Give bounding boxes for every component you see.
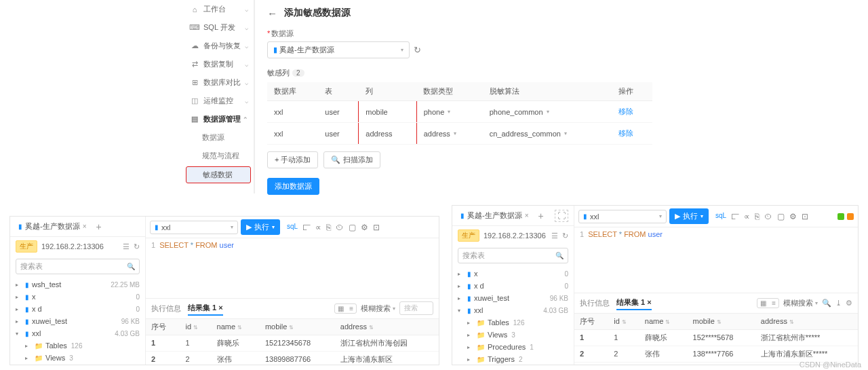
remove-link[interactable]: 移除 [618, 129, 633, 137]
bookmark-icon[interactable]: ⊡ [802, 212, 808, 221]
add-tab-button[interactable]: + [94, 221, 104, 232]
sidebar-workbench[interactable]: ⌂工作台⌵ [183, 0, 254, 18]
datasource-tab[interactable]: ▮奚越-生产数据源× [16, 220, 90, 233]
result-row[interactable]: 11薛晓乐15212345678浙江省杭州市海创园 [146, 335, 439, 351]
settings-icon[interactable]: ⚙ [789, 212, 797, 221]
sidebar-compare[interactable]: ⊞数据库对比⌵ [183, 73, 254, 92]
grid-icon[interactable]: ▦ [335, 304, 347, 313]
tree-item-folder[interactable]: ▸📁Triggers2 [452, 353, 574, 365]
collapse-icon[interactable]: ☰ [551, 232, 558, 240]
exec-info-tab[interactable]: 执行信息 [580, 297, 610, 310]
sql-editor[interactable]: 1 SELECT * FROM user [574, 227, 858, 241]
th-address[interactable]: address⇅ [755, 314, 858, 330]
tree-item-folder[interactable]: ▸📁Views3 [452, 329, 574, 341]
tree-item-folder[interactable]: ▸📁Tables126 [452, 316, 574, 329]
algo-select[interactable]: cn_address_common [490, 130, 567, 138]
result-row[interactable]: 11薛晓乐152****5678浙江省杭州市***** [574, 329, 858, 346]
sql-icon[interactable]: sqL [715, 212, 726, 221]
tree-item-db[interactable]: ▸▮xuwei_test96 KB [10, 315, 145, 327]
manual-add-button[interactable]: + 手动添加 [267, 151, 318, 168]
datasource-tab[interactable]: ▮奚越-生产数据源× [458, 209, 532, 222]
th-seq[interactable]: 序号 [146, 319, 180, 335]
sidebar-backup[interactable]: ☁备份与恢复⌵ [183, 37, 254, 55]
sql-editor[interactable]: 1 SELECT * FROM user [146, 238, 439, 252]
datasource-select[interactable]: ▮ 奚越-生产数据源▾ [267, 41, 410, 58]
share-icon[interactable]: ∝ [315, 223, 321, 232]
tree-item-folder[interactable]: ▸📁Views3 [10, 352, 145, 364]
search-input[interactable]: 搜索表 [458, 248, 568, 263]
th-id[interactable]: id⇅ [608, 314, 639, 330]
th-mobile[interactable]: mobile⇅ [688, 314, 755, 330]
folder-icon[interactable]: ▢ [777, 212, 785, 221]
add-datasource-button[interactable]: 添加数据源 [267, 178, 319, 195]
save-icon[interactable]: ⎘ [326, 223, 331, 232]
list-icon[interactable]: ≡ [769, 299, 778, 308]
sidebar-sub-spec[interactable]: 规范与流程 [183, 147, 254, 165]
list-icon[interactable]: ≡ [347, 304, 356, 313]
execute-button[interactable]: ▶ 执行 [669, 208, 709, 224]
close-icon[interactable]: × [218, 303, 222, 312]
format-icon[interactable]: ⫍ [731, 212, 739, 221]
tree-item-db[interactable]: ▾▮xxl4.03 GB [10, 327, 145, 339]
tree-item-db[interactable]: ▸▮wsh_test22.25 MB [10, 278, 145, 291]
tree-item-db[interactable]: ▸▮x0 [10, 291, 145, 303]
download-icon[interactable]: ⤓ [835, 299, 842, 308]
sidebar-ops[interactable]: ◫运维监控⌵ [183, 92, 254, 110]
refresh-icon[interactable]: ↻ [414, 45, 421, 55]
maximize-icon[interactable]: ⛶ [555, 210, 568, 222]
th-name[interactable]: name⇅ [639, 314, 688, 330]
sql-icon[interactable]: sqL [287, 223, 298, 232]
gear-icon[interactable]: ⚙ [846, 299, 852, 308]
folder-icon[interactable]: ▢ [349, 223, 356, 232]
settings-icon[interactable]: ⚙ [361, 223, 368, 232]
add-tab-button[interactable]: + [536, 210, 547, 221]
execute-button[interactable]: ▶ 执行 [241, 219, 280, 235]
refresh-icon[interactable]: ↻ [562, 232, 568, 240]
share-icon[interactable]: ∝ [744, 212, 750, 221]
tree-item-folder[interactable]: ▸📁Procedures1 [452, 341, 574, 353]
result-set-tab[interactable]: 结果集 1 × [188, 301, 223, 316]
bookmark-icon[interactable]: ⊡ [373, 223, 380, 232]
search-icon[interactable]: 🔍 [822, 299, 831, 308]
scan-add-button[interactable]: 🔍扫描添加 [323, 151, 380, 168]
close-icon[interactable]: × [525, 212, 529, 219]
back-button[interactable]: ← [267, 7, 277, 19]
exec-info-tab[interactable]: 执行信息 [151, 302, 181, 315]
db-select[interactable]: ▮xxl [578, 210, 667, 223]
format-icon[interactable]: ⫍ [302, 223, 311, 232]
tree-item-db[interactable]: ▸▮x d0 [10, 303, 145, 315]
result-row[interactable]: 22张伟138****7766上海市浦东新区***** [574, 346, 858, 362]
tree-item-db[interactable]: ▾▮xxl4.03 GB [452, 304, 574, 316]
collapse-icon[interactable]: ☰ [123, 242, 130, 251]
type-select[interactable]: address [424, 130, 456, 138]
search-input[interactable]: 搜索表 [16, 259, 140, 274]
history-icon[interactable]: ⏲ [336, 223, 344, 232]
tree-item-folder[interactable]: ▸📁Tables126 [10, 339, 145, 352]
sidebar-sub-datasource[interactable]: 数据源 [183, 128, 254, 147]
sidebar-datasource-mgmt[interactable]: ▤数据源管理⌃ [183, 110, 254, 128]
th-mobile[interactable]: mobile⇅ [260, 319, 335, 335]
result-row[interactable]: 22张伟13899887766上海市浦东新区 [146, 351, 439, 365]
refresh-icon[interactable]: ↻ [134, 242, 140, 251]
history-icon[interactable]: ⏲ [764, 212, 772, 221]
grid-icon[interactable]: ▦ [757, 299, 769, 308]
search-mode-select[interactable]: 模糊搜索 [783, 298, 818, 308]
result-search[interactable]: 搜索 [399, 301, 433, 315]
sidebar-replication[interactable]: ⇄数据复制⌵ [183, 55, 254, 73]
search-mode-select[interactable]: 模糊搜索 [361, 303, 395, 314]
th-address[interactable]: address⇅ [335, 319, 439, 335]
close-icon[interactable]: × [647, 298, 651, 306]
type-select[interactable]: phone [424, 108, 451, 116]
remove-link[interactable]: 移除 [618, 107, 633, 115]
th-name[interactable]: name⇅ [212, 319, 260, 335]
sidebar-sql-dev[interactable]: ⌨SQL 开发⌵ [183, 18, 254, 37]
th-id[interactable]: id⇅ [180, 319, 212, 335]
sidebar-sub-sensitive[interactable]: 敏感数据 [186, 166, 251, 183]
algo-select[interactable]: phone_common [490, 108, 549, 116]
tree-item-db[interactable]: ▸▮x0 [452, 267, 574, 280]
tree-item-db[interactable]: ▸▮xuwei_test96 KB [452, 292, 574, 304]
db-select[interactable]: ▮xxl [150, 221, 238, 234]
tree-item-db[interactable]: ▸▮x d0 [452, 280, 574, 292]
close-icon[interactable]: × [83, 223, 87, 230]
th-seq[interactable]: 序号 [574, 314, 608, 330]
